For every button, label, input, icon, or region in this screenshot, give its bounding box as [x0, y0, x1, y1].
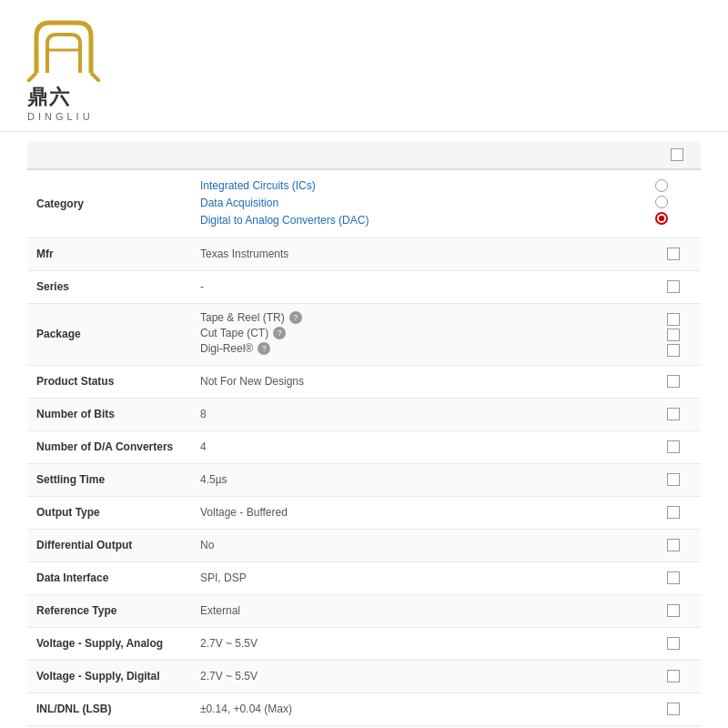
row-select[interactable]	[646, 627, 701, 660]
row-description: 2.7V ~ 5.5V	[191, 627, 646, 660]
row-description: SPI, DSP	[191, 561, 646, 594]
checkbox[interactable]	[667, 248, 680, 260]
row-description: 4	[191, 430, 646, 463]
row-type-label: Package	[27, 303, 191, 365]
row-select[interactable]	[646, 660, 701, 693]
package-entry: Cut Tape (CT)?	[200, 327, 637, 339]
svg-line-1	[91, 73, 100, 82]
package-entry: Tape & Reel (TR)?	[200, 311, 637, 324]
radio-group	[655, 179, 692, 225]
row-type-label: Number of D/A Converters	[27, 430, 191, 463]
table-row: Number of Bits8	[27, 398, 701, 430]
table-row: PackageTape & Reel (TR)?Cut Tape (CT)?Di…	[27, 303, 701, 365]
category-link[interactable]: Integrated Circuits (ICs)	[200, 177, 637, 195]
table-row: INL/DNL (LSB)±0.14, +0.04 (Max)	[27, 693, 701, 725]
row-description: Integrated Circuits (ICs)Data Acquisitio…	[191, 169, 646, 238]
checkbox[interactable]	[667, 604, 680, 617]
row-type-label: Mfr	[27, 238, 191, 270]
checkbox[interactable]	[667, 440, 680, 453]
row-select[interactable]	[646, 238, 701, 270]
row-description: ±0.14, +0.04 (Max)	[191, 693, 646, 725]
info-icon[interactable]: ?	[258, 342, 270, 355]
table-header	[27, 141, 701, 169]
package-entry: Digi-Reel®?	[200, 342, 637, 355]
checkbox[interactable]	[667, 280, 680, 293]
row-select[interactable]	[646, 270, 701, 303]
row-select[interactable]	[646, 693, 701, 725]
row-select[interactable]	[646, 303, 701, 365]
checkbox[interactable]	[667, 571, 680, 584]
row-description: Voltage - Buffered	[191, 496, 646, 529]
checkbox-group	[655, 313, 692, 357]
checkbox[interactable]	[667, 703, 680, 715]
row-type-label: INL/DNL (LSB)	[27, 693, 191, 725]
type-header	[27, 141, 191, 169]
checkbox[interactable]	[667, 637, 680, 650]
row-type-label: Category	[27, 169, 191, 238]
select-header	[646, 141, 701, 169]
radio-button[interactable]	[655, 196, 668, 208]
row-select[interactable]	[646, 529, 701, 561]
info-icon[interactable]: ?	[273, 327, 286, 339]
row-description: No	[191, 529, 646, 561]
row-select[interactable]	[646, 594, 701, 627]
row-type-label: Data Interface	[27, 561, 191, 594]
table-row: Reference TypeExternal	[27, 594, 701, 627]
row-description: Tape & Reel (TR)?Cut Tape (CT)?Digi-Reel…	[191, 303, 646, 365]
header-checkbox[interactable]	[671, 148, 683, 161]
row-select[interactable]	[646, 365, 701, 398]
row-type-label: Series	[27, 270, 191, 303]
table-row: Data InterfaceSPI, DSP	[27, 561, 701, 594]
checkbox[interactable]	[667, 313, 680, 326]
category-link[interactable]: Digital to Analog Converters (DAC)	[200, 212, 637, 229]
checkbox[interactable]	[667, 670, 680, 682]
category-link[interactable]: Data Acquisition	[200, 195, 637, 212]
row-select[interactable]	[646, 430, 701, 463]
table-row: Number of D/A Converters4	[27, 430, 701, 463]
row-type-label: Product Status	[27, 365, 191, 398]
row-select[interactable]	[646, 561, 701, 594]
table-row: MfrTexas Instruments	[27, 238, 701, 270]
logo-icon	[27, 18, 100, 82]
table-row: Differential OutputNo	[27, 529, 701, 561]
radio-button[interactable]	[655, 212, 668, 225]
row-description: Not For New Designs	[191, 365, 646, 398]
table-row: Product StatusNot For New Designs	[27, 365, 701, 398]
row-select[interactable]	[646, 463, 701, 496]
row-select[interactable]	[646, 496, 701, 529]
description-header	[191, 141, 646, 169]
row-type-label: Output Type	[27, 496, 191, 529]
table-row: Settling Time4.5µs	[27, 463, 701, 496]
row-type-label: Settling Time	[27, 463, 191, 496]
row-description: 4.5µs	[191, 463, 646, 496]
table-row: Voltage - Supply, Digital2.7V ~ 5.5V	[27, 660, 701, 693]
table-row: Voltage - Supply, Analog2.7V ~ 5.5V	[27, 627, 701, 660]
row-description: Texas Instruments	[191, 238, 646, 270]
row-description: 2.7V ~ 5.5V	[191, 660, 646, 693]
svg-line-0	[27, 73, 36, 82]
radio-button[interactable]	[655, 179, 668, 192]
logo-chinese: 鼎六	[27, 84, 71, 111]
logo-latin: DINGLIU	[27, 111, 94, 122]
checkbox[interactable]	[667, 329, 680, 341]
specs-table: CategoryIntegrated Circuits (ICs)Data Ac…	[27, 141, 701, 728]
checkbox[interactable]	[667, 408, 680, 420]
checkbox[interactable]	[667, 344, 680, 357]
table-body: CategoryIntegrated Circuits (ICs)Data Ac…	[27, 169, 701, 728]
checkbox[interactable]	[667, 375, 680, 388]
logo: 鼎六 DINGLIU	[27, 18, 701, 122]
row-type-label: Differential Output	[27, 529, 191, 561]
header: 鼎六 DINGLIU	[0, 0, 728, 132]
row-select[interactable]	[646, 169, 701, 238]
checkbox[interactable]	[667, 539, 680, 551]
checkbox[interactable]	[667, 473, 680, 486]
table-row: Output TypeVoltage - Buffered	[27, 496, 701, 529]
main-table-container: CategoryIntegrated Circuits (ICs)Data Ac…	[0, 132, 728, 728]
info-icon[interactable]: ?	[289, 311, 302, 324]
row-description: External	[191, 594, 646, 627]
row-description: -	[191, 270, 646, 303]
checkbox[interactable]	[667, 506, 680, 519]
row-type-label: Reference Type	[27, 594, 191, 627]
table-row: CategoryIntegrated Circuits (ICs)Data Ac…	[27, 169, 701, 238]
row-select[interactable]	[646, 398, 701, 430]
